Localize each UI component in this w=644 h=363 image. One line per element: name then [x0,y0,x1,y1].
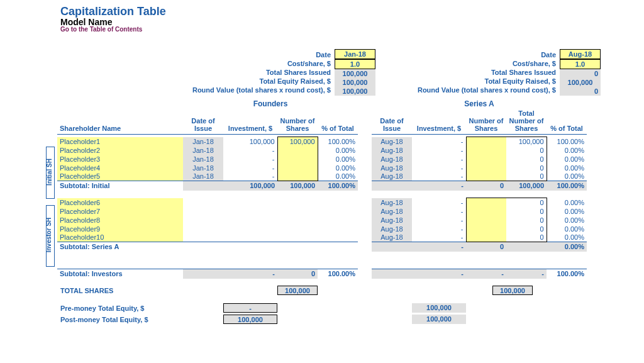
label-total-shares: Total Shares Issued [183,68,331,77]
label-total-shares-a: Total Shares Issued [389,68,556,77]
founders-date[interactable]: Jan-18 [335,49,375,59]
seriesa-cost[interactable]: 1.0 [560,59,601,69]
hdr-date-f: Date of Issue [183,108,223,135]
cap-table: Shareholder Name Date of Issue Investmen… [0,108,587,279]
table-row: Placeholder7Aug-18-00.00% [0,207,587,216]
subtotal-investors: Subtotal: Investors - 0 100.00% - - - 10… [0,269,587,279]
summary-band: Date Cost/share, $ Total Shares Issued T… [0,49,601,96]
table-row: Placeholder6Aug-18-00.00% [0,198,587,207]
table-row: Placeholder1Jan-18100,000100,000100.00%A… [0,137,587,146]
hdr-shareholder: Shareholder Name [57,108,183,135]
seriesa-round-value: 0 [560,87,601,96]
founders-equity: 100,000 [335,78,375,87]
seriesa-header: Series A [372,99,587,108]
hdr-shares-a: Number of Shares [466,108,506,135]
pre-money-a: 100,000 [412,303,466,313]
table-row: Placeholder3Jan-18-0.00%Aug-18-00.00% [0,155,587,164]
total-shares-a: 100,000 [492,286,533,295]
label-round-value-a: Round Value (total shares x round cost),… [389,86,556,94]
shareholder-name[interactable]: Placeholder8 [57,216,183,225]
label-total-equity-a: Total Equity Raised, $ [389,77,556,86]
page-title: Capitalization Table [60,5,644,18]
hdr-pct-a: % of Total [547,108,587,135]
table-row: Placeholder8Aug-18-00.00% [0,216,587,225]
hdr-shares-f: Number of Shares [277,108,318,135]
table-row: Placeholder10Aug-18-00.00% [0,233,587,242]
shareholder-name[interactable]: Placeholder7 [57,207,183,216]
shareholder-name[interactable]: Placeholder9 [57,225,183,233]
table-row: Placeholder2Jan-18-0.00%Aug-18-00.00% [0,146,587,155]
post-money-row: Post-money Total Equity, $ 100,000 100,0… [0,314,644,325]
post-money-a: 100,000 [412,315,466,324]
subtotal-initial: Subtotal: Initial 100,000 100,000 100.00… [0,181,587,191]
label-total-equity: Total Equity Raised, $ [183,77,331,86]
shareholder-name[interactable]: Placeholder4 [57,164,183,172]
hdr-total-a: Total Number of Shares [506,108,547,135]
founders-header: Founders [183,99,358,108]
post-money-f: 100,000 [223,315,277,324]
seriesa-date[interactable]: Aug-18 [560,49,601,59]
hdr-date-a: Date of Issue [372,108,412,135]
seriesa-shares: 0 [560,69,601,78]
total-shares-row: TOTAL SHARES 100,000 100,000 [0,285,644,296]
shareholder-name[interactable]: Placeholder2 [57,146,183,155]
label-cost-share-a: Cost/share, $ [389,59,556,68]
label-cost-share: Cost/share, $ [183,59,331,68]
table-row: Placeholder9Aug-18-00.00% [0,225,587,233]
hdr-inv-a: Investment, $ [412,108,466,135]
label-round-value: Round Value (total shares x round cost),… [183,86,331,94]
founders-cost[interactable]: 1.0 [335,59,375,69]
pre-money-row: Pre-money Total Equity, $ - 100,000 [0,303,644,314]
founders-round-value: 100,000 [335,87,375,96]
shareholder-name[interactable]: Placeholder3 [57,155,183,164]
shareholder-name[interactable]: Placeholder6 [57,198,183,207]
total-shares-f: 100,000 [277,286,318,295]
hdr-pct-f: % of Total [318,108,358,135]
shareholder-name[interactable]: Placeholder10 [57,233,183,242]
subtotal-seriesa: Subtotal: Series A - 0 0.00% [0,242,587,252]
shareholder-name[interactable]: Placeholder5 [57,172,183,181]
shareholder-name[interactable]: Placeholder1 [57,137,183,146]
label-date: Date [183,50,331,59]
pre-money-f: - [223,303,277,313]
label-date-a: Date [389,50,556,59]
table-row: Placeholder5Jan-18-0.00%Aug-18-00.00% [0,172,587,181]
founders-shares: 100,000 [335,69,375,78]
toc-link[interactable]: Go to the Table of Contents [60,26,644,33]
seriesa-equity: 100,000 [560,78,601,87]
hdr-inv-f: Investment, $ [223,108,277,135]
table-row: Placeholder4Jan-18-0.00%Aug-18-00.00% [0,164,587,172]
